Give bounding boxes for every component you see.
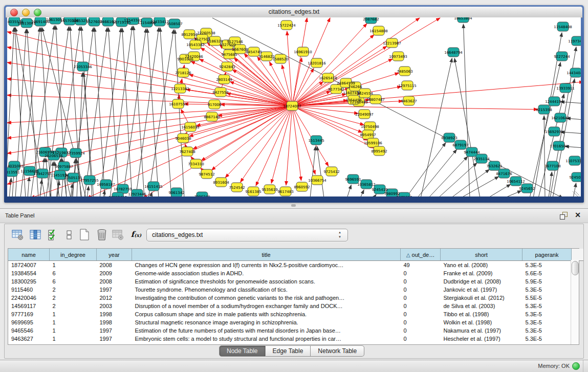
table-row[interactable]: 1456911722003Disruption of a novel membe… (8, 302, 583, 310)
cell-short[interactable]: Tibbo et al. (1998) (441, 310, 522, 318)
cell-in_degree[interactable]: 2 (50, 286, 97, 294)
tab-network-table[interactable]: Network Table (311, 345, 364, 357)
graph-edge[interactable] (7, 79, 292, 106)
cell-pagerank[interactable]: 5.3E-5 (522, 286, 572, 294)
cell-short[interactable]: Nakamura et al. (1997) (441, 326, 522, 335)
scrollbar-thumb[interactable] (572, 261, 579, 275)
cell-title[interactable]: Estimation of the future numbers of pati… (132, 326, 401, 335)
column-header-in_degree[interactable]: in_degree (50, 249, 97, 261)
graph-edge[interactable] (360, 190, 364, 196)
graph-edge[interactable] (374, 194, 376, 196)
cell-in_degree[interactable]: 6 (50, 269, 97, 277)
table-settings-button[interactable] (11, 228, 25, 242)
panel-splitter[interactable] (0, 203, 588, 208)
cell-name[interactable]: 9777169 (8, 310, 50, 318)
cell-out_degree[interactable]: 0 (401, 310, 441, 318)
tab-edge-table[interactable]: Edge Table (266, 345, 311, 357)
graph-edge[interactable] (488, 184, 511, 196)
graph-edge[interactable] (406, 143, 446, 196)
cell-name[interactable]: 9699695 (8, 318, 50, 326)
cell-title[interactable]: Corpus callosum shape and size in male p… (132, 310, 401, 318)
cell-pagerank[interactable]: 5.3E-5 (522, 261, 572, 270)
cell-pagerank[interactable]: 5.6E-5 (522, 269, 572, 277)
network-view-canvas[interactable]: 1872400789129542226053891275091054338281… (7, 17, 581, 196)
splitter-handle-icon[interactable] (291, 204, 296, 207)
cell-year[interactable]: 1997 (97, 326, 132, 335)
table-row[interactable]: 2242004622012Investigating the contribut… (8, 294, 583, 302)
cell-title[interactable]: Changes of HCN gene expression and I(f) … (132, 261, 401, 270)
column-header-name[interactable]: name (8, 249, 50, 261)
merge-rows-button[interactable] (62, 228, 76, 242)
cell-pagerank[interactable]: 5.3E-5 (522, 335, 572, 343)
close-window-button[interactable] (10, 9, 18, 16)
cell-title[interactable]: Tourette syndrome. Phenomenology and cla… (132, 286, 401, 294)
graph-edge[interactable] (234, 58, 292, 106)
cell-pagerank[interactable]: 5.3E-5 (522, 302, 572, 310)
graph-edge[interactable] (544, 116, 545, 196)
tab-node-table[interactable]: Node Table (219, 345, 266, 357)
graph-edge[interactable] (317, 146, 324, 196)
cell-pagerank[interactable]: 5.9E-5 (522, 277, 572, 286)
cell-short[interactable]: Jankovic et al. (1997) (441, 286, 522, 294)
cell-in_degree[interactable]: 6 (50, 277, 97, 286)
window-titlebar[interactable]: citations_edges.txt (6, 7, 582, 18)
graph-edge[interactable] (292, 106, 301, 181)
cell-out_degree[interactable]: 0 (401, 302, 441, 310)
table-row[interactable]: 946554611997Estimation of the future num… (8, 326, 583, 335)
cell-short[interactable]: Yano et al. (2008) (441, 261, 522, 270)
cell-short[interactable]: de Silva et al. (2003) (441, 302, 522, 310)
cell-out_degree[interactable]: 49 (401, 261, 441, 270)
column-header-out_degree[interactable]: △out_de… (401, 249, 441, 261)
cell-name[interactable]: 18300295 (8, 277, 50, 286)
table-row[interactable]: 1830029562008Estimation of significance … (8, 277, 583, 286)
cell-out_degree[interactable]: 0 (401, 277, 441, 286)
cell-year[interactable]: 2009 (97, 269, 132, 277)
minimize-window-button[interactable] (22, 9, 30, 16)
graph-edge[interactable] (70, 27, 81, 196)
delete-button[interactable] (95, 228, 109, 242)
cell-year[interactable]: 1997 (97, 335, 132, 343)
cell-pagerank[interactable]: 5.3E-5 (522, 318, 572, 326)
cell-out_degree[interactable]: 0 (401, 286, 441, 294)
new-table-button[interactable] (77, 228, 92, 242)
cell-in_degree[interactable]: 1 (50, 261, 97, 270)
graph-edge[interactable] (50, 162, 53, 196)
cell-short[interactable]: Franke et al. (2009) (441, 269, 522, 277)
table-row[interactable]: 977716911998Corpus callosum shape and si… (8, 310, 583, 318)
cell-year[interactable]: 2008 (97, 261, 132, 270)
function-builder-button[interactable]: f(x) (128, 228, 144, 242)
graph-edge[interactable] (225, 106, 292, 178)
graph-edge[interactable] (122, 28, 132, 196)
graph-edge[interactable] (7, 106, 292, 138)
cell-year[interactable]: 2008 (97, 277, 132, 286)
table-row[interactable]: 1872400712008Changes of HCN gene express… (8, 261, 583, 270)
vertical-scrollbar[interactable] (571, 260, 579, 344)
cell-year[interactable]: 2003 (97, 302, 132, 310)
table-selector-dropdown[interactable]: citations_edges.txt ▲▼ (146, 229, 348, 242)
cell-name[interactable]: 9465546 (8, 326, 50, 335)
delete-table-button-disabled[interactable] (111, 228, 125, 242)
select-columns-button[interactable] (28, 228, 42, 242)
cell-out_degree[interactable]: 0 (401, 326, 441, 335)
close-panel-icon[interactable]: ✕ (575, 211, 581, 219)
cell-out_degree[interactable]: 0 (401, 335, 441, 343)
cell-year[interactable]: 1997 (97, 286, 132, 294)
cell-year[interactable]: 1998 (97, 310, 132, 318)
graph-edge[interactable] (438, 163, 477, 196)
graph-edge[interactable] (189, 106, 292, 137)
graph-edge[interactable] (87, 186, 89, 196)
cell-in_degree[interactable]: 1 (50, 326, 97, 335)
graph-edge[interactable] (211, 106, 292, 170)
cell-in_degree[interactable]: 2 (50, 294, 97, 302)
column-header-short[interactable]: short (441, 249, 522, 261)
cell-year[interactable]: 2012 (97, 294, 132, 302)
cell-in_degree[interactable]: 1 (50, 318, 97, 326)
float-panel-icon[interactable] (560, 212, 568, 220)
cell-name[interactable]: 19384554 (8, 269, 50, 277)
graph-edge[interactable] (147, 29, 159, 196)
cell-title[interactable]: Disruption of a novel member of a sodium… (132, 302, 401, 310)
table-row[interactable]: 946362711997Embryonic stem cells: a mode… (8, 335, 583, 343)
cell-title[interactable]: Embryonic stem cells: a model to study s… (132, 335, 401, 343)
cell-short[interactable]: Hescheler et al. (1997) (441, 335, 522, 343)
column-header-pagerank[interactable]: pagerank (522, 249, 572, 261)
